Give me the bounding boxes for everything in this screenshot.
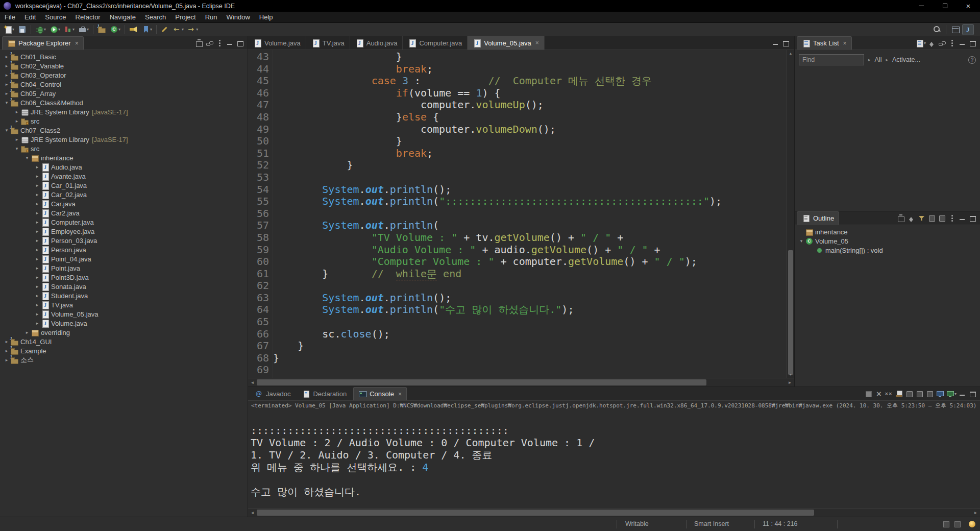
menu-window[interactable]: Window bbox=[222, 12, 255, 22]
tab-task-list[interactable]: Task List × bbox=[797, 36, 852, 50]
scroll-up-icon[interactable]: ▲ bbox=[787, 50, 794, 57]
chevron-right-icon[interactable]: ▸ bbox=[3, 73, 10, 78]
chevron-right-icon[interactable]: ▸ bbox=[13, 118, 20, 124]
chevron-right-icon[interactable]: ▸ bbox=[34, 201, 41, 206]
forward-button[interactable]: ▾ bbox=[186, 24, 200, 35]
minimize-button[interactable] bbox=[226, 39, 234, 47]
tree-item-ch02-variable[interactable]: ▸JCh02_Variable bbox=[0, 61, 248, 70]
view-menu-button[interactable] bbox=[948, 39, 957, 47]
chevron-right-icon[interactable]: ▸ bbox=[34, 247, 41, 252]
tab-declaration[interactable]: Declaration bbox=[297, 387, 351, 400]
tree-item-jre-system-library[interactable]: ▸JRE System Library[JavaSE-17] bbox=[0, 135, 248, 144]
sort-button[interactable] bbox=[927, 39, 936, 47]
run-button[interactable]: ▾ bbox=[48, 24, 62, 35]
notification-lamp-icon[interactable] bbox=[969, 521, 975, 527]
scrollbar-thumb[interactable] bbox=[788, 250, 793, 375]
chevron-right-icon[interactable]: ▸ bbox=[34, 192, 41, 197]
last-edit-location-button[interactable] bbox=[159, 24, 171, 35]
tree-item-src[interactable]: ▾src bbox=[0, 144, 248, 153]
new-java-project-button[interactable]: J bbox=[96, 24, 108, 35]
tree-item-avante-java[interactable]: ▸Avante.java bbox=[0, 172, 248, 181]
tree-item-example[interactable]: ▸JExample bbox=[0, 346, 248, 355]
tree-item-jre-system-library[interactable]: ▸JRE System Library[JavaSE-17] bbox=[0, 107, 248, 116]
tree-item-ch06-class-method[interactable]: ▾JCh06_Class&Method bbox=[0, 98, 248, 107]
chevron-right-icon[interactable]: ▸ bbox=[13, 109, 20, 114]
editor-vertical-scrollbar[interactable]: ▲ ▼ bbox=[787, 50, 794, 378]
back-button[interactable]: ▾ bbox=[172, 24, 185, 35]
chevron-down-icon[interactable]: ▾ bbox=[3, 100, 10, 105]
scroll-right-icon[interactable]: ► bbox=[786, 380, 794, 385]
bookmark-button[interactable]: ▾ bbox=[140, 24, 154, 35]
chevron-right-icon[interactable]: ▸ bbox=[34, 266, 41, 271]
maximize-button[interactable] bbox=[968, 39, 977, 47]
outline-item-volume-05[interactable]: ▾Volume_05 bbox=[795, 236, 980, 246]
find-input[interactable] bbox=[799, 54, 864, 65]
hide-static-members-button[interactable] bbox=[927, 214, 936, 223]
tree-item-ch03-operator[interactable]: ▸JCh03_Operator bbox=[0, 70, 248, 80]
chevron-down-icon[interactable]: ▾ bbox=[13, 146, 20, 151]
tree-item-car-01-java[interactable]: ▸Car_01.java bbox=[0, 181, 248, 190]
chevron-right-icon[interactable]: ▸ bbox=[3, 82, 10, 87]
menu-project[interactable]: Project bbox=[170, 12, 200, 22]
tree-item-ch01-basic[interactable]: ▸JCh01_Basic bbox=[0, 52, 248, 61]
view-menu-button[interactable] bbox=[948, 214, 957, 223]
minimize-button[interactable] bbox=[771, 39, 780, 47]
chevron-right-icon[interactable]: ▸ bbox=[34, 238, 41, 243]
tree-item-sonata-java[interactable]: ▸Sonata.java bbox=[0, 282, 248, 291]
tree-item-car2-java[interactable]: ▸Car2.java bbox=[0, 208, 248, 218]
editor-horizontal-scrollbar[interactable]: ◄ ► bbox=[248, 378, 794, 387]
tree-item-ch14-gui[interactable]: ▸JCh14_GUI bbox=[0, 337, 248, 346]
scroll-right-icon[interactable]: ► bbox=[971, 511, 980, 515]
editor-tab-volume.java[interactable]: Volume.java bbox=[248, 36, 306, 50]
clear-console-button[interactable] bbox=[895, 390, 903, 398]
tree-item-point3d-java[interactable]: ▸Point3D.java bbox=[0, 273, 248, 282]
minimize-button[interactable] bbox=[958, 214, 967, 223]
hide-non-public-members-button[interactable] bbox=[938, 214, 946, 223]
tab-console[interactable]: Console× bbox=[353, 387, 407, 400]
open-console-button[interactable]: ▾ bbox=[946, 390, 957, 398]
maximize-button[interactable] bbox=[968, 390, 977, 398]
chevron-right-icon[interactable]: ▸ bbox=[34, 229, 41, 234]
editor-tab-audio.java[interactable]: Audio.java bbox=[350, 36, 403, 50]
chevron-right-icon[interactable]: ▸ bbox=[34, 302, 41, 307]
external-tools-button[interactable]: ▾ bbox=[77, 24, 90, 35]
word-wrap-button[interactable] bbox=[915, 390, 924, 398]
open-search-button[interactable] bbox=[128, 24, 139, 35]
chevron-right-icon[interactable]: ▸ bbox=[34, 275, 41, 280]
task-list-activate-link[interactable]: Activate... bbox=[892, 56, 920, 63]
tree-item-point-java[interactable]: ▸Point.java bbox=[0, 263, 248, 273]
tree-item-student-java[interactable]: ▸Student.java bbox=[0, 291, 248, 300]
close-icon[interactable]: × bbox=[398, 391, 402, 398]
chevron-down-icon[interactable]: ▾ bbox=[798, 238, 805, 244]
tree-item-car-02-java[interactable]: ▸Car_02.java bbox=[0, 190, 248, 199]
scrollbar-track[interactable] bbox=[257, 378, 786, 387]
chevron-right-icon[interactable]: ▸ bbox=[3, 339, 10, 344]
editor-tab-computer.java[interactable]: Computer.java bbox=[403, 36, 468, 50]
scrollbar-thumb[interactable] bbox=[257, 379, 706, 385]
chevron-right-icon[interactable]: ▸ bbox=[3, 357, 10, 363]
new-task-button[interactable]: ▾ bbox=[915, 39, 926, 47]
remove-launch-button[interactable] bbox=[874, 390, 883, 398]
outline-item-inheritance[interactable]: inheritance bbox=[795, 227, 980, 236]
scroll-left-icon[interactable]: ◄ bbox=[248, 511, 257, 515]
chevron-right-icon[interactable]: ▸ bbox=[34, 164, 41, 170]
menu-navigate[interactable]: Navigate bbox=[105, 12, 140, 22]
close-window-button[interactable]: × bbox=[957, 0, 980, 12]
coverage-button[interactable]: ▾ bbox=[62, 24, 76, 35]
chevron-down-icon[interactable]: ▾ bbox=[23, 155, 31, 160]
menu-run[interactable]: Run bbox=[201, 12, 222, 22]
task-list-all-link[interactable]: All bbox=[875, 56, 882, 63]
chevron-right-icon[interactable]: ▸ bbox=[34, 311, 41, 317]
tree-item-volume-05-java[interactable]: ▸Volume_05.java bbox=[0, 309, 248, 319]
maximize-window-button[interactable] bbox=[933, 0, 957, 12]
scroll-down-icon[interactable]: ▼ bbox=[787, 371, 794, 378]
outline-item-main-string-void[interactable]: main(String[]) : void bbox=[795, 246, 980, 255]
tree-item-car-java[interactable]: ▸Car.java bbox=[0, 199, 248, 208]
status-icon[interactable] bbox=[943, 521, 949, 527]
tree-item-person-java[interactable]: ▸Person.java bbox=[0, 245, 248, 254]
tree-item-overriding[interactable]: ▸overriding bbox=[0, 328, 248, 337]
sort-button[interactable] bbox=[907, 214, 916, 223]
close-icon[interactable]: × bbox=[843, 40, 847, 47]
collapse-all-button[interactable] bbox=[897, 214, 905, 223]
menu-edit[interactable]: Edit bbox=[20, 12, 40, 22]
